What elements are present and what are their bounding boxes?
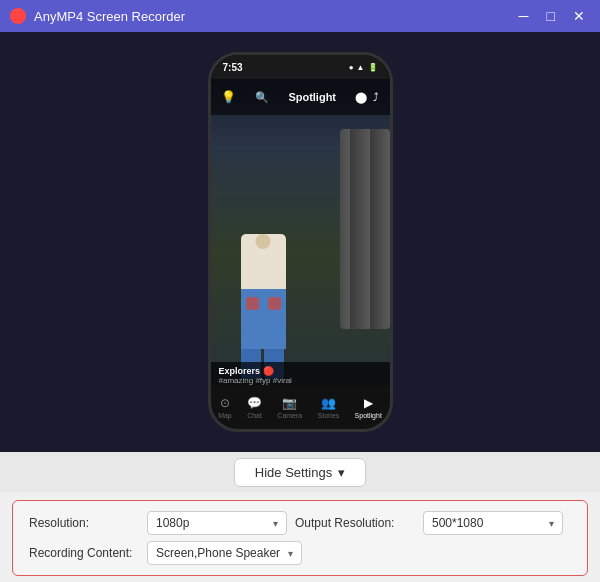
resolution-value: 1080p (156, 516, 189, 530)
output-resolution-value: 500*1080 (432, 516, 483, 530)
main-video-area: 7:53 ● ▲ 🔋 💡 🔍 Spotlight ⬤ ⤴ (0, 32, 600, 452)
phone-mockup: 7:53 ● ▲ 🔋 💡 🔍 Spotlight ⬤ ⤴ (208, 52, 393, 432)
settings-panel: Resolution: 1080p ▾ Output Resolution: 5… (12, 500, 588, 576)
hide-settings-bar: Hide Settings ▾ (0, 452, 600, 492)
recording-content-label: Recording Content: (29, 546, 139, 560)
recording-content-arrow: ▾ (288, 548, 293, 559)
chevron-down-icon: ▾ (338, 465, 345, 480)
recording-content-value: Screen,Phone Speaker (156, 546, 280, 560)
hide-settings-button[interactable]: Hide Settings ▾ (234, 458, 366, 487)
resolution-label: Resolution: (29, 516, 139, 530)
output-resolution-select[interactable]: 500*1080 ▾ (423, 511, 563, 535)
share-icon: ⤴ (373, 91, 379, 103)
video-content: Explorers 🔴 #amazing #fyp #viral (211, 79, 390, 429)
explorer-tag: #amazing #fyp #viral (219, 376, 382, 385)
figure-jeans (241, 289, 286, 349)
recording-content-select[interactable]: Screen,Phone Speaker ▾ (147, 541, 302, 565)
phone-time: 7:53 (223, 62, 243, 73)
output-resolution-label: Output Resolution: (295, 516, 415, 530)
phone-top-icons: ⬤ ⤴ (355, 91, 379, 104)
figure-shirt (241, 234, 286, 289)
explorer-name: Explorers 🔴 (219, 366, 382, 376)
app-icon (10, 8, 26, 24)
title-bar-left: AnyMP4 Screen Recorder (10, 8, 185, 24)
spotlight-label: Spotlight (288, 91, 336, 103)
nav-map: ⊙ Map (218, 396, 232, 419)
minimize-button[interactable]: ─ (514, 6, 534, 26)
phone-emoji-icon: 💡 (221, 90, 236, 104)
app-title: AnyMP4 Screen Recorder (34, 9, 185, 24)
maximize-button[interactable]: □ (542, 6, 560, 26)
hide-settings-label: Hide Settings (255, 465, 332, 480)
nav-spotlight[interactable]: ▶ Spotlight (355, 396, 382, 419)
recording-content-row: Recording Content: Screen,Phone Speaker … (29, 541, 571, 565)
resolution-arrow: ▾ (273, 518, 278, 529)
resolution-select[interactable]: 1080p ▾ (147, 511, 287, 535)
resolution-row: Resolution: 1080p ▾ Output Resolution: 5… (29, 511, 571, 535)
close-button[interactable]: ✕ (568, 6, 590, 26)
phone-status-icons: ● ▲ 🔋 (349, 63, 378, 72)
phone-top-bar: 💡 🔍 Spotlight ⬤ ⤴ (211, 79, 390, 115)
toggle-icon: ⬤ (355, 91, 367, 104)
nav-stories: 👥 Stories (318, 396, 340, 419)
phone-nav-bar: ⊙ Map 💬 Chat 📷 Camera 👥 Stories ▶ S (211, 385, 390, 429)
output-resolution-arrow: ▾ (549, 518, 554, 529)
nav-chat: 💬 Chat (247, 396, 262, 419)
title-bar: AnyMP4 Screen Recorder ─ □ ✕ (0, 0, 600, 32)
phone-status-bar: 7:53 ● ▲ 🔋 (211, 55, 390, 79)
phone-video-area: Explorers 🔴 #amazing #fyp #viral ⊙ Map 💬… (211, 79, 390, 429)
jeans-patch-left (246, 297, 259, 310)
figure-head (256, 234, 271, 249)
jeans-patch-right (268, 297, 281, 310)
phone-search-icon: 🔍 (255, 91, 269, 104)
window-controls[interactable]: ─ □ ✕ (514, 6, 590, 26)
nav-camera: 📷 Camera (277, 396, 302, 419)
machinery (340, 129, 390, 329)
person-figure (241, 234, 286, 379)
